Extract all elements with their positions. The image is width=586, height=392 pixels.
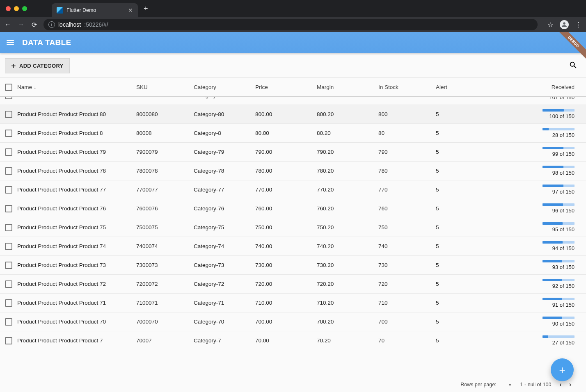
cell-name: Product Product Product Product 78 xyxy=(17,168,136,174)
menu-button[interactable] xyxy=(7,40,14,45)
received-text: 99 of 150 xyxy=(481,151,575,157)
column-header-alert[interactable]: Alert xyxy=(436,84,481,90)
browser-tab[interactable]: Flutter Demo ✕ xyxy=(52,3,138,17)
row-checkbox[interactable] xyxy=(5,205,12,212)
row-checkbox[interactable] xyxy=(5,97,12,99)
received-progress xyxy=(543,279,575,281)
cell-price: 700.00 xyxy=(255,319,317,325)
table-row[interactable]: Product Product Product Product 70700007… xyxy=(0,312,586,331)
table-row[interactable]: Product Product Product Product 74740007… xyxy=(0,237,586,256)
new-tab-button[interactable]: + xyxy=(144,5,148,13)
table-row[interactable]: Product Product Product Product 75750007… xyxy=(0,218,586,237)
cell-name: Product Product Product Product 76 xyxy=(17,205,136,212)
nav-forward-button[interactable]: → xyxy=(17,21,25,28)
cell-category: Category-80 xyxy=(194,111,255,117)
window-minimize-icon[interactable] xyxy=(14,6,19,11)
cell-margin: 800.20 xyxy=(317,111,378,117)
cell-instock: 780 xyxy=(378,168,436,174)
row-checkbox[interactable] xyxy=(5,318,12,326)
cell-margin: 740.20 xyxy=(317,243,378,249)
nav-reload-button[interactable]: ⟳ xyxy=(30,21,38,29)
table-row[interactable]: Product Product Product Product 880008Ca… xyxy=(0,124,586,143)
window-close-icon[interactable] xyxy=(6,6,11,11)
cell-alert: 5 xyxy=(436,205,481,212)
received-progress xyxy=(543,298,575,300)
address-bar[interactable]: i localhost:50226/#/ xyxy=(43,19,538,30)
cell-price: 710.00 xyxy=(255,300,317,306)
received-progress xyxy=(543,203,575,206)
cell-category: Category-72 xyxy=(194,281,255,287)
column-header-instock[interactable]: In Stock xyxy=(378,84,436,90)
table-row[interactable]: Product Product Product Product 72720007… xyxy=(0,275,586,294)
cell-name: Product Product Product Product 7 xyxy=(17,337,136,344)
column-header-received[interactable]: Received xyxy=(481,84,586,90)
row-checkbox[interactable] xyxy=(5,111,12,118)
tab-close-icon[interactable]: ✕ xyxy=(128,7,133,14)
cell-received: 28 of 150 xyxy=(481,128,586,138)
cell-category: Category-76 xyxy=(194,205,255,212)
row-checkbox[interactable] xyxy=(5,148,12,156)
bookmark-icon[interactable]: ☆ xyxy=(547,21,553,29)
column-header-category[interactable]: Category xyxy=(194,84,255,90)
cell-instock: 80 xyxy=(378,130,436,136)
row-checkbox[interactable] xyxy=(5,130,12,137)
cell-category: Category-78 xyxy=(194,168,255,174)
select-all-checkbox[interactable] xyxy=(5,84,12,91)
cell-margin: 720.20 xyxy=(317,281,378,287)
table-row[interactable]: Product Product Product Product 76760007… xyxy=(0,199,586,218)
row-checkbox[interactable] xyxy=(5,299,12,307)
table-row[interactable]: Product Product Product Product 73730007… xyxy=(0,256,586,275)
page-prev-button[interactable]: ‹ xyxy=(559,381,561,388)
column-header-margin[interactable]: Margin xyxy=(317,84,378,90)
table-row[interactable]: Product Product Product Product 78780007… xyxy=(0,162,586,180)
table-header: Name ↓ SKU Category Price Margin In Stoc… xyxy=(0,78,586,97)
nav-back-button[interactable]: ← xyxy=(4,21,11,28)
column-header-sku[interactable]: SKU xyxy=(136,84,194,90)
cell-sku: 7600076 xyxy=(136,205,194,212)
site-info-icon[interactable]: i xyxy=(48,21,55,28)
table-row[interactable]: Product Product Product Product 79790007… xyxy=(0,143,586,162)
received-progress xyxy=(543,222,575,225)
cell-received: 94 of 150 xyxy=(481,241,586,251)
row-checkbox[interactable] xyxy=(5,262,12,269)
received-progress xyxy=(543,128,575,130)
window-zoom-icon[interactable] xyxy=(22,6,27,11)
received-progress xyxy=(543,185,575,187)
cell-price: 80.00 xyxy=(255,130,317,136)
rows-per-page-dropdown[interactable]: ▼ xyxy=(508,383,512,387)
cell-instock: 790 xyxy=(378,149,436,155)
profile-avatar-icon[interactable] xyxy=(560,20,569,29)
page-next-button[interactable]: › xyxy=(569,381,571,388)
fab-add-button[interactable]: + xyxy=(551,358,574,381)
window-controls xyxy=(6,6,27,11)
table-row[interactable]: Product Product Product Product 80800008… xyxy=(0,105,586,124)
row-checkbox[interactable] xyxy=(5,337,12,344)
row-checkbox[interactable] xyxy=(5,167,12,175)
table-row[interactable]: Product Product Product Product 770007Ca… xyxy=(0,331,586,350)
cell-received: 100 of 150 xyxy=(481,109,586,119)
url-path: :50226/#/ xyxy=(84,21,108,28)
cell-price: 740.00 xyxy=(255,243,317,249)
received-progress xyxy=(543,335,575,338)
cell-instock: 740 xyxy=(378,243,436,249)
column-header-price[interactable]: Price xyxy=(255,84,317,90)
row-checkbox[interactable] xyxy=(5,224,12,231)
add-category-button[interactable]: + ADD CATEGORY xyxy=(5,58,70,73)
cell-name: Product Product Product Product 70 xyxy=(17,319,136,325)
plus-icon: + xyxy=(559,364,565,376)
received-text: 94 of 150 xyxy=(481,245,575,251)
column-header-name[interactable]: Name ↓ xyxy=(17,84,136,90)
row-checkbox[interactable] xyxy=(5,243,12,250)
browser-menu-icon[interactable]: ⋮ xyxy=(575,21,582,29)
table-row[interactable]: Product Product Product Product 71710007… xyxy=(0,294,586,312)
row-checkbox[interactable] xyxy=(5,280,12,288)
table-row[interactable]: Product Product Product Product 81810008… xyxy=(0,97,586,105)
table-row[interactable]: Product Product Product Product 77770007… xyxy=(0,180,586,199)
cell-price: 810.00 xyxy=(255,97,317,98)
cell-alert: 5 xyxy=(436,300,481,306)
cell-instock: 770 xyxy=(378,187,436,193)
row-checkbox[interactable] xyxy=(5,186,12,194)
cell-name: Product Product Product Product 79 xyxy=(17,149,136,155)
cell-instock: 760 xyxy=(378,205,436,212)
search-button[interactable] xyxy=(569,61,578,71)
